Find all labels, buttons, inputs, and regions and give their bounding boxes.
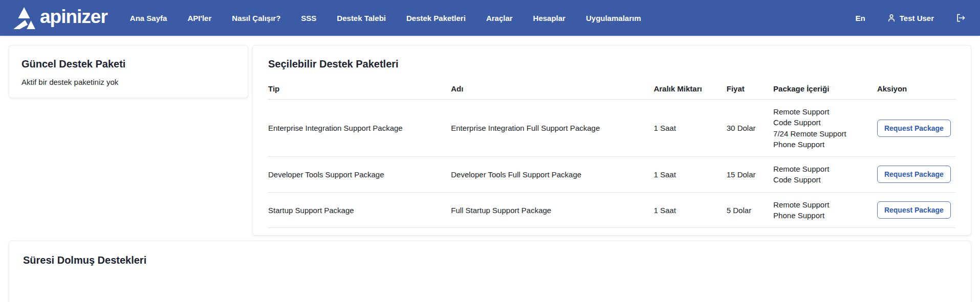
package-name-cell: Full Startup Support Package (451, 192, 654, 228)
package-interval-cell: 1 Saat (654, 192, 726, 228)
package-content-line: Phone Support (773, 139, 873, 150)
nav-item-nasil-calisir[interactable]: Nasıl Çalışır? (232, 14, 280, 22)
package-action-cell: Request Package (877, 157, 955, 193)
package-type-cell: Enterprise Integration Support Package (268, 100, 451, 157)
user-name: Test User (900, 14, 934, 22)
nav-item-uygulamalarim[interactable]: Uygulamalarım (586, 14, 641, 22)
package-row: Enterprise Integration Support Package E… (268, 100, 955, 157)
package-interval-cell: 1 Saat (654, 157, 726, 193)
package-content-line: 7/24 Remote Support (773, 128, 873, 139)
language-switcher[interactable]: En (856, 14, 865, 22)
package-contents-cell: Remote SupportPhone Support (773, 192, 877, 228)
column-header-tip: Tip (268, 80, 451, 100)
package-content-line: Code Support (773, 174, 873, 185)
nav-item-destek-talebi[interactable]: Destek Talebi (337, 14, 386, 22)
brand-logo[interactable]: apinizer (12, 6, 107, 30)
request-package-button[interactable]: Request Package (877, 166, 951, 183)
packages-table-header-row: TipAdıAralık MiktarıFiyatPackage İçeriği… (268, 80, 955, 100)
expired-supports-title: Süresi Dolmuş Destekleri (23, 254, 957, 266)
top-navbar: apinizer Ana SayfaAPI'lerNasıl Çalışır?S… (0, 0, 980, 36)
column-header-adi: Adı (451, 80, 654, 100)
package-row: Developer Tools Support Package Develope… (268, 157, 955, 193)
nav-item-destek-paketleri[interactable]: Destek Paketleri (406, 14, 466, 22)
nav-item-api-ler[interactable]: API'ler (187, 14, 211, 22)
page-content: Güncel Destek Paketi Aktif bir destek pa… (0, 36, 980, 302)
navbar-right: En Test User (856, 13, 966, 23)
request-package-button[interactable]: Request Package (877, 120, 951, 137)
current-package-empty-text: Aktif bir destek paketiniz yok (21, 78, 235, 86)
column-header-package-i-cerigi: Package İçeriği (773, 80, 877, 100)
package-price-cell: 15 Dolar (727, 157, 773, 193)
package-contents-cell: Remote SupportCode Support7/24 Remote Su… (773, 100, 877, 157)
selectable-packages-title: Seçilebilir Destek Paketleri (268, 58, 955, 70)
nav-item-sss[interactable]: SSS (301, 14, 316, 22)
current-package-title: Güncel Destek Paketi (21, 58, 235, 70)
package-type-cell: Startup Support Package (268, 192, 451, 228)
package-interval-cell: 1 Saat (654, 100, 726, 157)
logout-icon (955, 13, 966, 23)
column-header-aralik-miktari: Aralık Miktarı (654, 80, 726, 100)
user-icon (887, 13, 896, 22)
package-type-cell: Developer Tools Support Package (268, 157, 451, 193)
column-header-aksiyon: Aksiyon (877, 80, 955, 100)
nav-item-ana-sayfa[interactable]: Ana Sayfa (130, 14, 167, 22)
package-row: Startup Support Package Full Startup Sup… (268, 192, 955, 228)
packages-table-body: Enterprise Integration Support Package E… (268, 100, 955, 228)
column-header-fiyat: Fiyat (727, 80, 773, 100)
package-price-cell: 30 Dolar (727, 100, 773, 157)
package-price-cell: 5 Dolar (727, 192, 773, 228)
package-content-line: Remote Support (773, 164, 873, 174)
apinizer-logo-icon (12, 6, 36, 30)
logout-button[interactable] (955, 13, 966, 23)
nav-item-hesaplar[interactable]: Hesaplar (533, 14, 565, 22)
user-menu[interactable]: Test User (887, 13, 934, 22)
package-content-line: Code Support (773, 117, 873, 128)
nav-menu: Ana SayfaAPI'lerNasıl Çalışır?SSSDestek … (130, 14, 641, 22)
brand-name: apinizer (40, 7, 107, 29)
current-package-card: Güncel Destek Paketi Aktif bir destek pa… (9, 45, 248, 98)
expired-supports-card: Süresi Dolmuş Destekleri (9, 241, 971, 302)
request-package-button[interactable]: Request Package (877, 201, 951, 219)
package-content-line: Phone Support (773, 210, 873, 221)
nav-item-araclar[interactable]: Araçlar (486, 14, 513, 22)
package-name-cell: Developer Tools Full Support Package (451, 157, 654, 193)
package-contents-cell: Remote SupportCode Support (773, 157, 877, 193)
package-name-cell: Enterprise Integration Full Support Pack… (451, 100, 654, 157)
package-action-cell: Request Package (877, 192, 955, 228)
packages-table: TipAdıAralık MiktarıFiyatPackage İçeriği… (268, 80, 955, 228)
package-content-line: Remote Support (773, 199, 873, 210)
package-content-line: Remote Support (773, 106, 873, 117)
selectable-packages-card: Seçilebilir Destek Paketleri TipAdıAralı… (252, 45, 971, 236)
package-action-cell: Request Package (877, 100, 955, 157)
